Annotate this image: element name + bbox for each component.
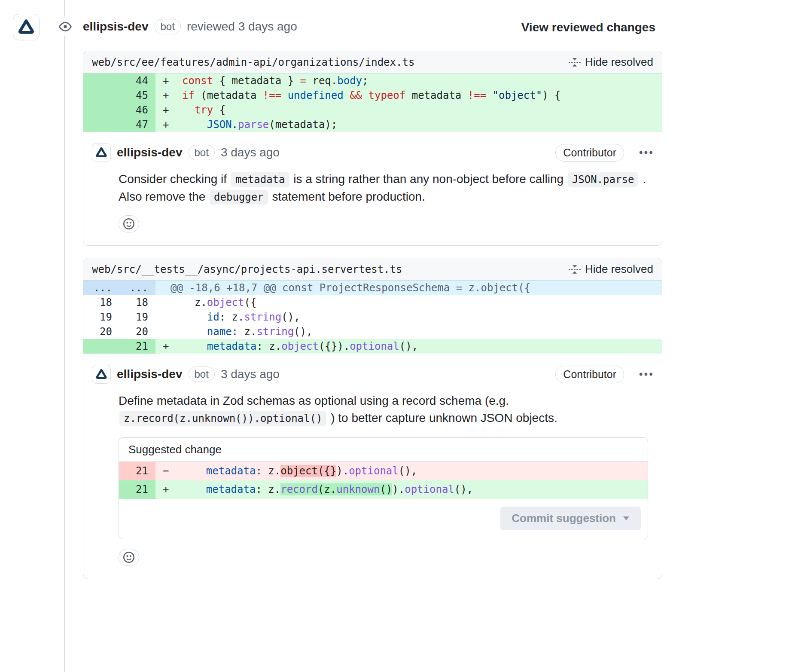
- diff-sign: [155, 324, 181, 339]
- hide-resolved-label: Hide resolved: [585, 263, 653, 276]
- diff-file-header: web/src/ee/features/admin-api/organizati…: [83, 51, 662, 73]
- suggestion-code: metadata: z.object({}).optional(),: [180, 462, 648, 480]
- caret-down-icon: [623, 516, 630, 521]
- fold-icon: [569, 263, 581, 275]
- diff-code: name: z.string(),: [181, 324, 662, 339]
- old-line-number[interactable]: [83, 88, 119, 103]
- comment-author-name[interactable]: ellipsis-dev: [117, 146, 183, 159]
- review-cards-container: web/src/ee/features/admin-api/organizati…: [0, 51, 798, 579]
- inline-code: JSON.parse: [568, 172, 639, 187]
- comment-timestamp[interactable]: 3 days ago: [221, 367, 280, 381]
- old-line-number[interactable]: 18: [83, 295, 119, 310]
- kebab-menu-button[interactable]: [639, 367, 653, 382]
- diff-line-row: 46+ try {: [83, 103, 662, 117]
- old-line-number[interactable]: [83, 339, 119, 354]
- new-line-number[interactable]: 21: [119, 339, 155, 354]
- diff-line-row: 45+if (metadata !== undefined && typeof …: [83, 88, 662, 103]
- diff-line-row: 1919 id: z.string(),: [83, 310, 662, 324]
- diff-hunk-row: ......@@ -18,6 +18,7 @@ const ProjectRes…: [83, 281, 662, 295]
- kebab-menu-button[interactable]: [639, 145, 653, 160]
- fold-icon: [569, 56, 581, 68]
- suggestion-line-number: 21: [119, 480, 155, 499]
- kebab-icon: [639, 145, 653, 160]
- old-line-number[interactable]: [83, 73, 119, 88]
- view-reviewed-changes-link[interactable]: View reviewed changes: [521, 21, 655, 34]
- old-line-number[interactable]: 19: [83, 310, 119, 324]
- expand-hunk-button[interactable]: ...: [83, 281, 119, 295]
- new-line-number[interactable]: 46: [119, 103, 155, 117]
- hunk-header: @@ -18,6 +18,7 @@ const ProjectResponseS…: [155, 281, 662, 295]
- kebab-icon: [639, 367, 653, 382]
- hide-resolved-button[interactable]: Hide resolved: [569, 263, 653, 276]
- commit-suggestion-label: Commit suggestion: [512, 512, 616, 525]
- inline-code: debugger: [210, 190, 268, 205]
- diff-sign: +: [155, 73, 181, 88]
- add-reaction-button[interactable]: [119, 215, 139, 232]
- new-line-number[interactable]: 47: [119, 117, 155, 132]
- diff-file-header: web/src/__tests__/async/projects-api.ser…: [83, 258, 662, 281]
- review-comment: ellipsis-dev bot 3 days ago Contributor …: [83, 132, 662, 245]
- pr-review-timeline: ellipsis-dev bot reviewed 3 days ago Vie…: [0, 0, 798, 672]
- diff-line-row: 2020 name: z.string(),: [83, 324, 662, 339]
- ellipsis-dev-logo-icon: [95, 147, 107, 159]
- hide-resolved-label: Hide resolved: [585, 55, 653, 69]
- comment-header: ellipsis-dev bot 3 days ago Contributor: [92, 365, 653, 384]
- hide-resolved-button[interactable]: Hide resolved: [569, 55, 653, 69]
- suggestion-line-row: 21− metadata: z.object({}).optional(),: [119, 462, 648, 480]
- new-line-number[interactable]: 45: [119, 88, 155, 103]
- bot-badge: bot: [189, 367, 215, 382]
- author-association-badge: Contributor: [555, 366, 624, 383]
- suggestion-code: metadata: z.record(z.unknown()).optional…: [180, 480, 648, 499]
- diff-code: try {: [181, 103, 662, 117]
- suggestion-sign: −: [155, 462, 180, 480]
- new-line-number[interactable]: 20: [119, 324, 155, 339]
- review-author[interactable]: ellipsis-dev: [83, 19, 149, 34]
- suggestion-diff-table: 21− metadata: z.object({}).optional(),21…: [119, 462, 648, 499]
- inline-code: metadata: [231, 172, 289, 187]
- review-comment: ellipsis-dev bot 3 days ago Contributor …: [83, 354, 662, 579]
- diff-code: z.object({: [181, 295, 662, 310]
- comment-timestamp[interactable]: 3 days ago: [221, 146, 280, 159]
- commit-suggestion-button[interactable]: Commit suggestion: [500, 507, 641, 530]
- bot-badge: bot: [189, 145, 215, 160]
- diff-table: ......@@ -18,6 +18,7 @@ const ProjectRes…: [83, 281, 662, 354]
- suggestion-footer: Commit suggestion: [119, 499, 648, 539]
- suggested-change-title: Suggested change: [119, 438, 648, 462]
- diff-sign: +: [155, 339, 181, 354]
- comment-body: Consider checking if metadata is a strin…: [119, 171, 653, 206]
- comment-author-name[interactable]: ellipsis-dev: [117, 367, 183, 381]
- diff-line-row: 44+const { metadata } = req.body;: [83, 73, 662, 88]
- suggestion-sign: +: [155, 480, 180, 499]
- add-reaction-button[interactable]: [119, 549, 139, 566]
- file-path-link[interactable]: web/src/__tests__/async/projects-api.ser…: [92, 263, 402, 275]
- review-header: ellipsis-dev bot reviewed 3 days ago Vie…: [0, 0, 798, 51]
- diff-code: if (metadata !== undefined && typeof met…: [181, 88, 662, 103]
- diff-sign: +: [155, 117, 181, 132]
- old-line-number[interactable]: [83, 117, 119, 132]
- review-action-text: reviewed 3 days ago: [187, 19, 297, 34]
- ellipsis-dev-avatar[interactable]: [13, 14, 40, 40]
- diff-sign: +: [155, 103, 181, 117]
- diff-line-row: 47+ JSON.parse(metadata);: [83, 117, 662, 132]
- smiley-icon: [123, 218, 134, 229]
- diff-line-row: 21+ metadata: z.object({}).optional(),: [83, 339, 662, 354]
- diff-sign: +: [155, 88, 181, 103]
- new-line-number[interactable]: 44: [119, 73, 155, 88]
- comment-author-avatar[interactable]: [92, 365, 111, 384]
- bot-badge: bot: [155, 19, 181, 34]
- diff-code: metadata: z.object({}).optional(),: [181, 339, 662, 354]
- diff-sign: [155, 295, 181, 310]
- expand-hunk-button[interactable]: ...: [119, 281, 155, 295]
- review-thread-card: web/src/__tests__/async/projects-api.ser…: [83, 258, 662, 579]
- new-line-number[interactable]: 19: [119, 310, 155, 324]
- eye-icon: [56, 17, 75, 36]
- old-line-number[interactable]: [83, 103, 119, 117]
- new-line-number[interactable]: 18: [119, 295, 155, 310]
- diff-sign: [155, 310, 181, 324]
- timeline-line: [64, 0, 65, 672]
- comment-author-avatar[interactable]: [92, 143, 111, 162]
- suggestion-line-row: 21+ metadata: z.record(z.unknown()).opti…: [119, 480, 648, 499]
- old-line-number[interactable]: 20: [83, 324, 119, 339]
- diff-code: const { metadata } = req.body;: [181, 73, 662, 88]
- file-path-link[interactable]: web/src/ee/features/admin-api/organizati…: [92, 56, 414, 68]
